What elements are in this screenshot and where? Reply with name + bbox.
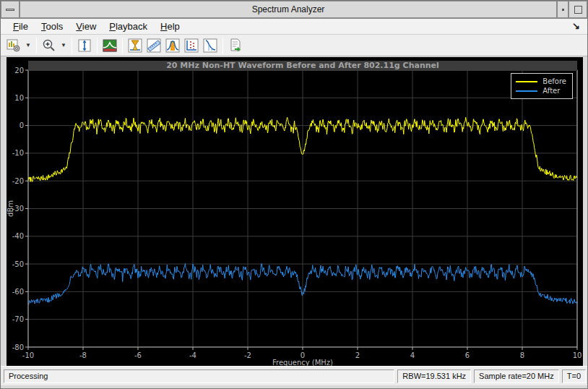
y-axis-label: dBm (7, 200, 14, 217)
legend-label: Before (542, 77, 566, 85)
y-tick-label: 20 (14, 67, 24, 74)
menubar: File Tools View Playback Help ↘ (1, 19, 587, 35)
maximize-icon (574, 6, 582, 14)
distortion-measurements-button[interactable] (144, 36, 163, 55)
spectrum-settings-icon (7, 38, 21, 53)
window-title: Spectrum Analyzer (20, 1, 557, 18)
rbw-readout: RBW=19.531 kHz (397, 369, 471, 383)
generate-script-icon (228, 38, 243, 53)
sample-rate-readout: Sample rate=20 MHz (474, 369, 559, 383)
toolbar-separator (222, 38, 223, 54)
generate-script-button[interactable] (226, 36, 245, 55)
menu-view[interactable]: View (69, 20, 103, 33)
x-tick-label: 6 (465, 351, 470, 359)
y-tick-label: -40 (12, 232, 24, 240)
y-tick-label: -20 (12, 177, 24, 185)
spectrum-analyzer-window: Spectrum Analyzer File Tools View Playba… (0, 0, 588, 389)
menu-help[interactable]: Help (154, 20, 186, 33)
menu-file[interactable]: File (7, 20, 35, 33)
toolbar-separator (97, 38, 98, 54)
zoom-in-button[interactable] (40, 36, 59, 55)
y-tick-label: -80 (12, 343, 24, 351)
status-message: Processing (4, 369, 394, 383)
channel-measurements-button[interactable] (163, 36, 182, 55)
x-axis-label: Frequency (MHz) (272, 359, 333, 366)
toolbar-separator (122, 38, 123, 54)
full-span-icon (77, 38, 92, 53)
zoom-dropdown[interactable]: ▼ (59, 42, 69, 48)
distortion-measurements-icon (147, 38, 161, 53)
restore-icon (562, 9, 564, 11)
x-tick-label: -4 (189, 351, 196, 359)
plot-title: 20 MHz Non-HT Waveform Before and After … (28, 61, 577, 71)
x-tick-label: 10 (573, 351, 582, 359)
y-tick-label: -50 (12, 260, 24, 268)
spectrum-settings-button[interactable] (4, 36, 23, 55)
peak-finder-icon (128, 38, 142, 53)
ccdf-measurements-button[interactable] (182, 36, 201, 55)
toolbar: ▼ ▼ (1, 35, 587, 56)
legend[interactable]: BeforeAfter (511, 73, 573, 99)
y-tick-label: -10 (12, 149, 24, 157)
spectral-mask-icon (203, 38, 217, 53)
figure-area: 20 MHz Non-HT Waveform Before and After … (7, 57, 583, 366)
legend-line-swatch (516, 90, 537, 92)
window-maximize-button[interactable] (568, 1, 587, 18)
spectrum-display-button[interactable] (100, 36, 119, 55)
window-restore-button[interactable] (557, 1, 568, 18)
x-tick-label: -10 (22, 351, 34, 359)
x-tick-label: -8 (79, 351, 87, 359)
x-tick-label: -2 (244, 351, 251, 359)
toolbar-separator (36, 38, 37, 54)
zoom-in-icon (42, 38, 56, 53)
x-tick-label: 8 (520, 351, 524, 359)
legend-entry-before[interactable]: Before (516, 77, 566, 86)
legend-line-swatch (516, 81, 537, 82)
legend-label: After (542, 87, 560, 95)
spectrum-settings-dropdown[interactable]: ▼ (23, 42, 33, 48)
dock-icon[interactable]: ↘ (572, 20, 580, 31)
ccdf-measurements-icon (184, 38, 199, 53)
x-tick-label: -6 (134, 351, 142, 359)
x-tick-label: 2 (355, 351, 360, 359)
legend-entry-after[interactable]: After (516, 86, 566, 95)
y-tick-label: 0 (20, 121, 24, 129)
time-readout: T=0 (562, 369, 586, 383)
x-tick-label: 4 (410, 351, 415, 359)
menu-tools[interactable]: Tools (35, 20, 69, 33)
channel-measurements-icon (165, 38, 180, 53)
statusbar: Processing RBW=19.531 kHz Sample rate=20… (1, 366, 588, 385)
toolbar-separator (72, 38, 72, 54)
titlebar: Spectrum Analyzer (1, 1, 587, 19)
y-tick-label: 10 (14, 94, 24, 102)
y-tick-label: -60 (12, 288, 24, 296)
plot-canvas[interactable]: -10-8-6-4-2024681020100-10-20-30-40-50-6… (7, 57, 583, 366)
y-tick-label: -70 (12, 315, 24, 323)
spectral-mask-button[interactable] (201, 36, 220, 55)
menu-playback[interactable]: Playback (103, 20, 154, 33)
spectrum-display-icon (103, 38, 117, 53)
window-menu-button[interactable] (1, 1, 20, 18)
full-span-button[interactable] (75, 36, 94, 55)
minimize-icon (6, 9, 14, 11)
peak-finder-button[interactable] (126, 36, 144, 55)
